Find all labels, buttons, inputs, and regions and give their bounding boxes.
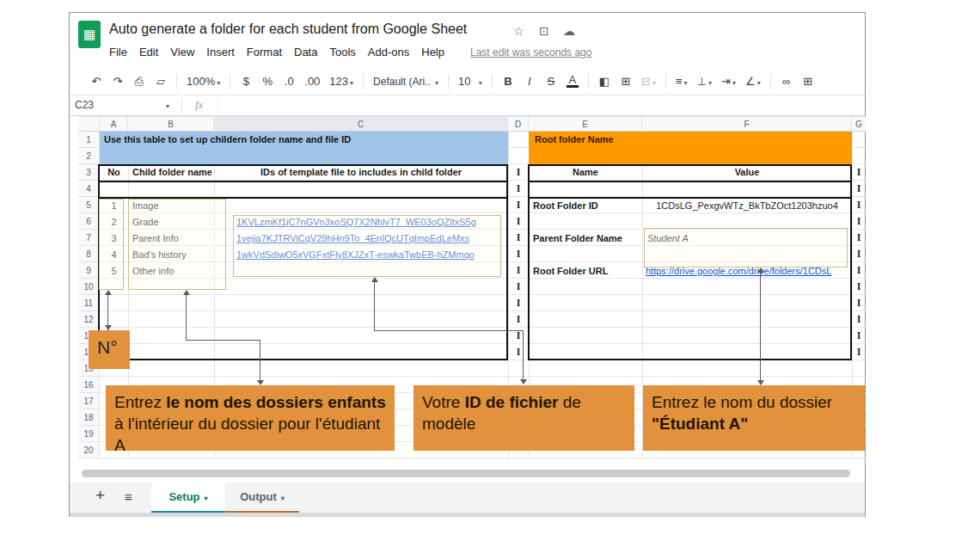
move-to-folder-icon[interactable]: ⊡ <box>539 24 549 38</box>
header-cell-value[interactable]: Value <box>642 165 852 181</box>
formula-input[interactable] <box>224 95 861 115</box>
vertical-align-icon[interactable]: ⊥▾ <box>697 75 712 88</box>
annotation-student-folder: Entrez le nom du dossier "Étudiant A" <box>643 385 865 451</box>
cell-e9-root-folder-url[interactable]: Root Folder URL <box>533 264 641 280</box>
font-select[interactable]: Default (Ari.. ▾ <box>373 76 438 88</box>
separator <box>181 98 182 114</box>
merge-cells-icon[interactable]: ⊟▾ <box>641 75 656 88</box>
all-sheets-menu-icon[interactable]: ≡ <box>125 489 132 504</box>
italic-button[interactable]: I <box>524 75 536 88</box>
horizontal-scrollbar[interactable] <box>82 470 850 477</box>
arrowhead-icon <box>105 290 112 295</box>
cell-e5-root-folder-id[interactable]: Root Folder ID <box>533 199 641 215</box>
increase-decimal-button[interactable]: .00 <box>304 75 320 88</box>
right-banner-cell[interactable]: Root folder Name <box>529 132 852 164</box>
insert-comment-icon[interactable]: ⊞ <box>802 75 814 88</box>
document-status-cloud-icon[interactable]: ☁ <box>563 24 575 38</box>
column-headers: A B C D E F G <box>78 116 866 132</box>
column-header-e[interactable]: E <box>529 117 642 131</box>
insert-link-icon[interactable]: ∞ <box>781 75 793 88</box>
strikethrough-button[interactable]: S <box>545 75 557 88</box>
cell-e7-parent-folder-name[interactable]: Parent Folder Name <box>533 231 641 248</box>
percent-format-button[interactable]: % <box>261 75 273 88</box>
paint-format-icon[interactable]: ▱ <box>155 75 167 88</box>
callout-template-ids <box>233 215 501 277</box>
connector-line <box>760 269 761 384</box>
horizontal-align-icon[interactable]: ≡▾ <box>676 75 688 88</box>
separator <box>217 98 218 114</box>
no-annotation-box: N° <box>89 330 130 369</box>
star-icon[interactable]: ☆ <box>513 24 524 38</box>
print-icon[interactable]: ⎙ <box>133 75 145 89</box>
callout-no-column <box>99 199 124 290</box>
spreadsheet-window: ▦ Auto generate a folder for each studen… <box>69 12 866 517</box>
menu-tools[interactable]: Tools <box>329 46 355 58</box>
menu-data[interactable]: Data <box>294 46 317 58</box>
column-header-c[interactable]: C <box>214 117 508 131</box>
menu-addons[interactable]: Add-ons <box>368 46 409 58</box>
row-headers[interactable]: 1 2 3 4 5 6 7 8 9 10 11 12 13 14 15 16 1… <box>78 132 100 458</box>
currency-format-button[interactable]: $ <box>240 75 252 88</box>
text-rotation-icon[interactable]: ∠▾ <box>745 75 761 88</box>
header-cell-child-folder[interactable]: Child folder name <box>132 165 213 181</box>
menu-file[interactable]: File <box>109 46 127 58</box>
menu-format[interactable]: Format <box>247 46 282 58</box>
header-cell-template-ids[interactable]: IDs of template file to includes in chil… <box>214 165 508 181</box>
column-header-b[interactable]: B <box>128 117 214 131</box>
toolbar-separator <box>230 74 230 89</box>
menu-help[interactable]: Help <box>421 46 444 58</box>
text-color-button[interactable]: A <box>567 75 579 88</box>
left-banner-cell[interactable]: Use this table to set up childern folder… <box>100 132 508 164</box>
menu-edit[interactable]: Edit <box>139 46 158 58</box>
header-cell-no[interactable]: No <box>100 165 128 181</box>
formula-bar: C23 ▾ fx <box>70 95 865 116</box>
arrowhead-icon <box>520 379 527 384</box>
google-sheets-logo-icon[interactable]: ▦ <box>78 21 101 48</box>
menu-view[interactable]: View <box>170 46 194 58</box>
tab-output[interactable]: Output▾ <box>225 483 299 513</box>
column-g-pipe-marks: I I I I I I I I I I I I <box>848 164 869 360</box>
column-header-d[interactable]: D <box>508 117 529 131</box>
header-cell-name[interactable]: Name <box>529 165 642 181</box>
tab-setup[interactable]: Setup▾ <box>151 483 225 513</box>
zoom-select[interactable]: 100%▾ <box>187 75 220 88</box>
menu-bar: File Edit View Insert Format Data Tools … <box>109 46 591 58</box>
text-wrap-icon[interactable]: ⇥▾ <box>721 75 736 88</box>
column-header-a[interactable]: A <box>100 117 128 131</box>
callout-folder-names <box>128 199 226 290</box>
borders-icon[interactable]: ⊞ <box>620 75 632 88</box>
last-edit-status[interactable]: Last edit was seconds ago <box>470 46 591 58</box>
bold-button[interactable]: B <box>502 75 514 88</box>
number-format-button[interactable]: 123▾ <box>329 75 353 88</box>
column-header-f[interactable]: F <box>642 117 852 131</box>
annotation-child-folders: Entrez le nom des dossiers enfants à l'i… <box>106 385 395 451</box>
menu-insert[interactable]: Insert <box>206 46 235 58</box>
callout-student-a <box>644 228 848 268</box>
add-sheet-icon[interactable]: + <box>95 486 105 505</box>
arrowhead-icon <box>183 290 190 295</box>
cell-f5-root-folder-id-value[interactable]: 1CDsLG_PexgvWTz_BkTbZOct1203hzuo4 <box>642 199 852 215</box>
name-box-caret-icon[interactable]: ▾ <box>166 102 169 110</box>
sheet-tab-bar: + ≡ Setup▾ Output▾ <box>70 483 865 513</box>
column-header-g[interactable]: G <box>852 117 866 131</box>
font-size-select[interactable]: 10 ▾ <box>458 75 482 88</box>
connector-line <box>186 292 187 340</box>
toolbar: ↶ ↷ ⎙ ▱ 100%▾ $ % .0 .00 123▾ Default (A… <box>70 68 865 95</box>
decrease-decimal-button[interactable]: .0 <box>283 75 295 88</box>
toolbar-separator <box>176 74 177 89</box>
name-box[interactable]: C23 <box>75 99 94 111</box>
arrowhead-icon <box>371 277 378 282</box>
connector-line <box>523 330 524 382</box>
connector-line <box>374 330 524 331</box>
document-title[interactable]: Auto generate a folder for each student … <box>109 22 467 37</box>
toolbar-separator <box>448 74 449 89</box>
redo-icon[interactable]: ↷ <box>112 75 124 88</box>
annotation-file-id: Votre ID de fichier de modèle <box>413 385 634 451</box>
fill-color-icon[interactable]: ◧ <box>598 75 610 88</box>
row-numbers: 1 2 3 4 5 6 7 8 9 10 11 12 13 14 15 16 1… <box>78 132 99 458</box>
connector-line <box>260 340 260 384</box>
toolbar-separator <box>492 74 493 89</box>
select-all-corner[interactable] <box>78 117 100 131</box>
arrowhead-icon <box>757 268 764 273</box>
undo-icon[interactable]: ↶ <box>90 75 102 88</box>
